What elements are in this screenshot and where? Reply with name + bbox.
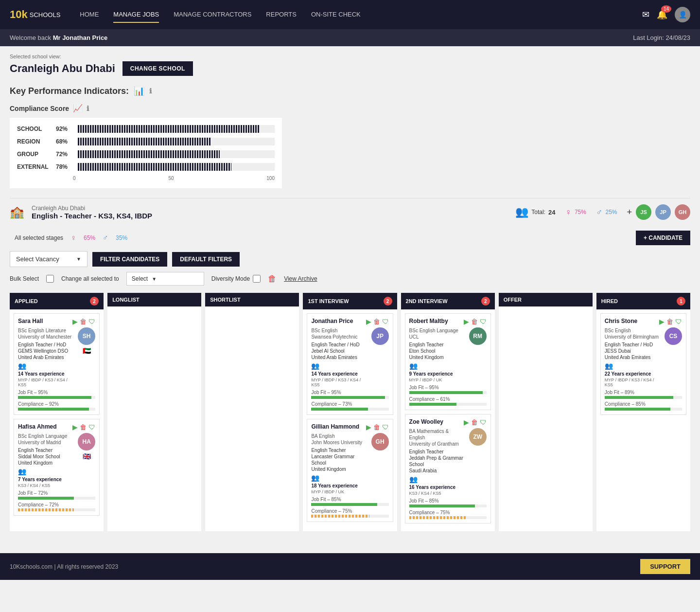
kpi-chart-icon: 📊 [134, 86, 144, 96]
bar-track [78, 163, 275, 171]
candidate-card[interactable]: Gillian Hammond ▶ 🗑 🛡 BA EnglishJohn Moo… [307, 419, 393, 522]
candidate-card[interactable]: Sara Hall ▶ 🗑 🛡 BSc English LiteratureUn… [14, 313, 100, 415]
play-icon[interactable]: ▶ [366, 423, 371, 431]
compliance-info-icon[interactable]: ℹ [87, 105, 89, 112]
card-top: Zoe Woolley ▶ 🗑 🛡 [409, 418, 487, 426]
play-icon[interactable]: ▶ [659, 318, 665, 325]
change-all-select[interactable]: Select ▼ [126, 272, 204, 286]
kanban-col-1st-interview: 1ST INTERVIEW 2 Jonathan Price ▶ 🗑 🛡 BSc… [303, 293, 397, 531]
card-actions: ▶ 🗑 🛡 [366, 423, 389, 431]
candidate-name: Gillian Hammond [311, 423, 359, 430]
user-avatar[interactable]: 👤 [675, 7, 690, 22]
candidate-name: Hafisa Ahmed [18, 423, 57, 430]
play-icon[interactable]: ▶ [464, 318, 469, 325]
bar-track [78, 150, 275, 158]
nav-manage-contractors[interactable]: MANAGE CONTRACTORS [174, 7, 251, 23]
all-stages-male-pct: 35% [116, 234, 127, 241]
avatar-gh: GH [675, 204, 690, 220]
candidate-card[interactable]: Jonathan Price ▶ 🗑 🛡 BSc EnglishSwansea … [307, 313, 393, 415]
nav-manage-jobs[interactable]: MANAGE JOBS [113, 7, 159, 23]
school-name: Cranleigh Abu Dhabi [10, 62, 115, 75]
card-body: BSc English LanguageUniversity of Madrid… [18, 433, 95, 488]
shield-icon[interactable]: 🛡 [675, 318, 682, 325]
col-body [499, 306, 593, 531]
male-icon: ♂ [596, 207, 603, 217]
kanban-board: APPLIED 2 Sara Hall ▶ 🗑 🛡 BSc English Li… [10, 293, 690, 536]
delete-icon[interactable]: 🗑 [80, 318, 87, 325]
school-row: Cranleigh Abu Dhabi CHANGE SCHOOL [10, 61, 690, 76]
notification-icon[interactable]: 🔔 14 [657, 9, 667, 20]
filter-candidates-button[interactable]: FILTER CANDIDATES [92, 252, 167, 267]
diversity-checkbox[interactable] [253, 275, 261, 283]
col-header: APPLIED 2 [10, 293, 104, 309]
delete-icon[interactable]: 🗑 [373, 423, 380, 431]
view-archive-link[interactable]: View Archive [284, 275, 317, 282]
candidate-card[interactable]: Robert Maltby ▶ 🗑 🛡 BSc English Language… [405, 313, 491, 410]
play-icon[interactable]: ▶ [366, 318, 371, 325]
compliance-fill [311, 515, 369, 518]
chart-value: 68% [56, 138, 73, 145]
shield-icon[interactable]: 🛡 [88, 318, 95, 325]
delete-icon[interactable]: 🗑 [471, 418, 478, 426]
col-label: APPLIED [15, 298, 38, 304]
logo[interactable]: 10k SCHOOLS [10, 8, 60, 21]
chart-row-region: REGION 68% [17, 138, 275, 145]
nav-home[interactable]: HOME [80, 7, 99, 23]
card-avatar-section: HA 🇬🇧 [78, 433, 95, 488]
compliance-chart: SCHOOL 92% REGION 68% GROUP 72% EXTERNAL… [10, 118, 282, 188]
candidate-experience: 14 Years experience [18, 371, 74, 377]
change-school-button[interactable]: CHANGE SCHOOL [122, 61, 193, 76]
candidate-degree: BSc English LanguageUCL [409, 327, 465, 340]
compliance-row: Compliance – 61% [409, 396, 487, 406]
filters-row: Select Vacancy ▼ FILTER CANDIDATES DEFAU… [10, 251, 690, 267]
chart-value: 92% [56, 126, 73, 132]
delete-icon[interactable]: 🗑 [471, 318, 478, 325]
shield-icon[interactable]: 🛡 [382, 318, 389, 325]
candidate-experience: 14 Years experience [311, 371, 367, 377]
candidate-card[interactable]: Chris Stone ▶ 🗑 🛡 BSc EnglishUniversity … [600, 313, 686, 415]
vacancy-select[interactable]: Select Vacancy ▼ [10, 251, 88, 267]
play-icon[interactable]: ▶ [72, 318, 78, 325]
compliance-fill [18, 408, 89, 411]
candidate-experience: 7 Years experience [18, 477, 74, 482]
kanban-col-offer: OFFER [499, 293, 593, 531]
change-arrow-icon: ▼ [152, 276, 157, 282]
shield-icon[interactable]: 🛡 [480, 318, 487, 325]
nav-onsite-check[interactable]: ON-SITE CHECK [311, 7, 361, 23]
card-info: BSc EnglishSwansea Polytechnic English T… [311, 327, 367, 387]
col-body: Robert Maltby ▶ 🗑 🛡 BSc English Language… [401, 309, 495, 531]
shield-icon[interactable]: 🛡 [382, 423, 389, 431]
default-filters-button[interactable]: DEFAULT FILTERS [172, 252, 240, 267]
nav-reports[interactable]: REPORTS [266, 7, 297, 23]
candidate-card[interactable]: Hafisa Ahmed ▶ 🗑 🛡 BSc English LanguageU… [14, 419, 100, 516]
candidate-avatar: SH [78, 327, 95, 345]
compliance-row: Compliance – 75% [409, 510, 487, 519]
footer-copyright: 10Kschools.com | All rights reserved 202… [10, 563, 118, 570]
bar-fill [78, 150, 220, 158]
candidate-card[interactable]: Zoe Woolley ▶ 🗑 🛡 BA Mathematics & Engli… [405, 414, 491, 523]
bulk-checkbox[interactable] [46, 275, 54, 283]
candidate-avatar: CS [665, 327, 682, 345]
card-top: Chris Stone ▶ 🗑 🛡 [605, 318, 682, 325]
delete-icon[interactable]: 🗑 [666, 318, 673, 325]
compliance-label: Compliance – 72% [18, 502, 59, 507]
card-avatar-section: CS [665, 327, 682, 387]
support-button[interactable]: SUPPORT [640, 559, 690, 574]
kpi-info-icon[interactable]: ℹ [149, 87, 152, 95]
card-body: BSc EnglishUniversity of Birmingham Engl… [605, 327, 682, 387]
delete-icon[interactable]: 🗑 [373, 318, 380, 325]
shield-icon[interactable]: 🛡 [480, 418, 487, 426]
delete-icon[interactable]: 🗑 [80, 423, 87, 431]
welcome-text: Welcome back [10, 34, 53, 41]
play-icon[interactable]: ▶ [464, 418, 469, 426]
shield-icon[interactable]: 🛡 [88, 423, 95, 431]
play-icon[interactable]: ▶ [72, 423, 78, 431]
nav-links: HOME MANAGE JOBS MANAGE CONTRACTORS REPO… [80, 7, 642, 23]
card-actions: ▶ 🗑 🛡 [366, 318, 389, 325]
job-fit-row: Job Fit – 89% [605, 390, 682, 399]
candidate-name: Chris Stone [605, 318, 637, 324]
add-candidate-button[interactable]: + CANDIDATE [636, 231, 690, 245]
mail-icon[interactable]: ✉ [642, 9, 649, 20]
trash-icon[interactable]: 🗑 [268, 274, 277, 284]
card-actions: ▶ 🗑 🛡 [464, 318, 487, 325]
